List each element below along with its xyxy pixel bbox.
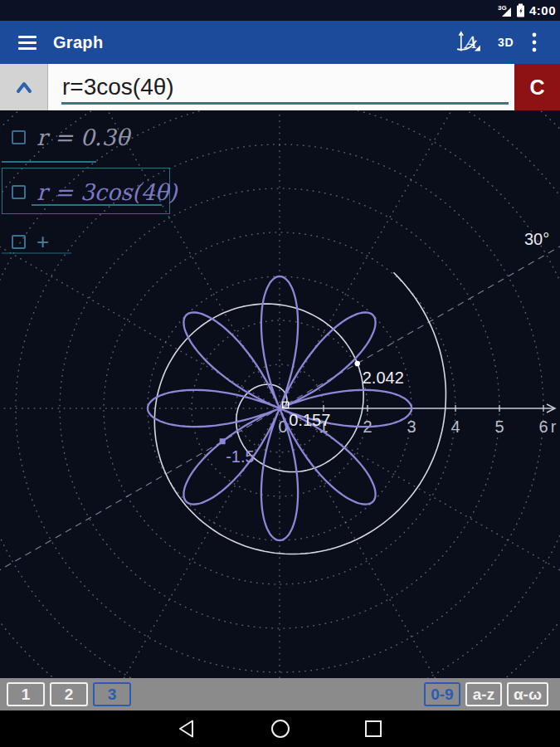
keyboard-toolbar: 1 2 3 0-9 a-z α-ω: [0, 678, 560, 710]
divider: [32, 204, 162, 206]
mode-3d-button[interactable]: 3D: [498, 36, 514, 49]
expression-input-row: r=3cos(4θ) C: [0, 64, 560, 110]
checkbox[interactable]: [12, 235, 26, 249]
expression-text: r=3cos(4θ): [62, 74, 174, 100]
keypad-greek-button[interactable]: α-ω: [507, 682, 548, 706]
trace-function-icon[interactable]: A: [456, 30, 481, 55]
app-screen: 3G 4:00 Graph A 3D: [0, 0, 560, 747]
chevron-up-icon: [13, 81, 35, 94]
android-nav-bar: [0, 710, 560, 747]
back-icon[interactable]: [177, 718, 198, 740]
signal-3g-icon: 3G: [498, 3, 512, 17]
keypad-latin-button[interactable]: a-z: [465, 682, 502, 706]
status-time: 4:00: [529, 3, 556, 17]
expression-input[interactable]: r=3cos(4θ): [48, 64, 514, 110]
clear-button[interactable]: C: [514, 64, 560, 110]
page-title: Graph: [53, 33, 103, 52]
divider: [2, 252, 71, 254]
menu-icon[interactable]: [18, 36, 37, 50]
overflow-menu-icon[interactable]: [530, 31, 538, 54]
input-underline: [61, 102, 509, 105]
expression-item-1[interactable]: r = 0.3θ: [12, 122, 129, 152]
battery-icon: [516, 3, 525, 17]
keypad-page-2-button[interactable]: 2: [50, 682, 88, 706]
divider: [2, 161, 96, 163]
add-expression-label[interactable]: +: [37, 229, 49, 255]
checkbox[interactable]: [12, 130, 26, 144]
keypad-numeric-button[interactable]: 0-9: [424, 682, 460, 706]
expression-label[interactable]: r = 0.3θ: [37, 124, 129, 150]
keypad-page-1-button[interactable]: 1: [7, 682, 45, 706]
checkbox[interactable]: [12, 185, 26, 199]
expression-item-2[interactable]: r = 3cos(4θ): [12, 177, 178, 207]
expression-label[interactable]: r = 3cos(4θ): [37, 179, 178, 205]
svg-text:3G: 3G: [498, 4, 507, 12]
home-icon[interactable]: [270, 718, 291, 740]
graph-area[interactable]: 0123456r2.0420.157-1.530° r = 0.3θ r = 3…: [0, 110, 560, 678]
collapse-button[interactable]: [0, 64, 48, 110]
expression-panel: r = 0.3θ r = 3cos(4θ) +: [0, 110, 560, 678]
recents-icon[interactable]: [363, 718, 384, 740]
app-bar: Graph A 3D: [0, 21, 560, 64]
keypad-page-3-button[interactable]: 3: [93, 682, 131, 706]
status-bar: 3G 4:00: [0, 0, 560, 21]
